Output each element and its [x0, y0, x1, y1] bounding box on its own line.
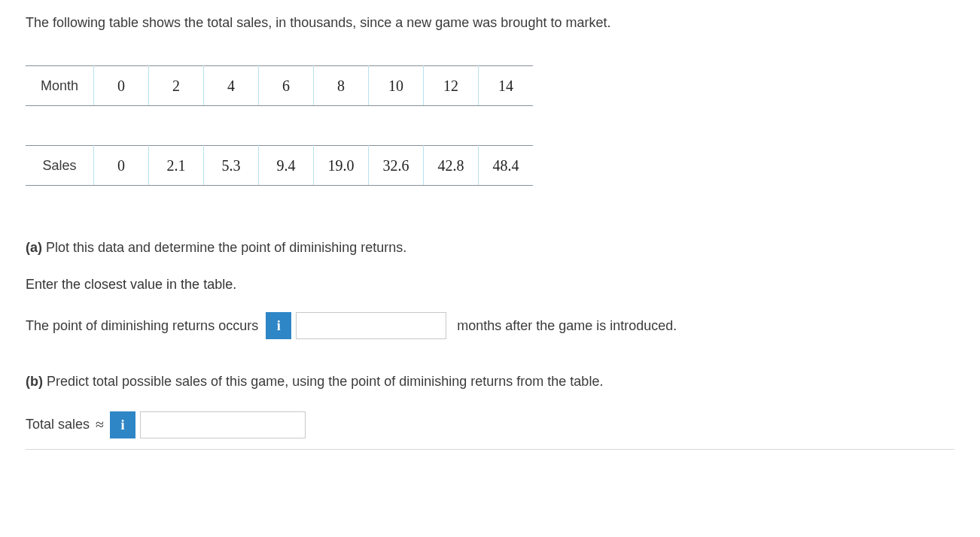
table-cell: 6: [259, 66, 314, 106]
table-cell: 12: [424, 66, 479, 106]
part-b-answer-line: Total sales ≈ i: [26, 411, 954, 438]
table-cell: 32.6: [369, 146, 424, 186]
table-cell: 0: [94, 66, 149, 106]
row-label-month: Month: [26, 66, 94, 106]
table-cell: 0: [94, 146, 149, 186]
table-cell: 4: [204, 66, 259, 106]
part-a-instruction: Enter the closest value in the table.: [26, 277, 954, 293]
part-b-before: Total sales: [26, 417, 90, 432]
table-cell: 9.4: [259, 146, 314, 186]
part-b-prompt: (b) Predict total possible sales of this…: [26, 372, 954, 391]
data-table: Month 0 2 4 6 8 10 12 14 Sales 0 2.1 5.3…: [26, 65, 533, 186]
part-a-text: Plot this data and determine the point o…: [46, 240, 406, 255]
panel-divider: [26, 449, 954, 450]
part-a-input[interactable]: [296, 312, 446, 339]
table-cell: 2.1: [149, 146, 204, 186]
table-cell: 5.3: [204, 146, 259, 186]
table-cell: 19.0: [314, 146, 369, 186]
part-b-text: Predict total possible sales of this gam…: [47, 374, 603, 389]
approx-symbol: ≈: [96, 416, 104, 433]
part-a-answer-line: The point of diminishing returns occurs …: [26, 312, 954, 339]
part-a-before: The point of diminishing returns occurs: [26, 318, 258, 334]
table-cell: 48.4: [479, 146, 534, 186]
row-label-sales: Sales: [26, 146, 94, 186]
intro-text: The following table shows the total sale…: [26, 14, 954, 32]
info-icon[interactable]: i: [110, 411, 135, 438]
table-row: Sales 0 2.1 5.3 9.4 19.0 32.6 42.8 48.4: [26, 146, 533, 186]
part-b-input[interactable]: [140, 411, 306, 438]
table-cell: 8: [314, 66, 369, 106]
part-a-after: months after the game is introduced.: [457, 318, 677, 334]
part-b-label: (b): [26, 374, 43, 389]
table-cell: 2: [149, 66, 204, 106]
table-row: Month 0 2 4 6 8 10 12 14: [26, 66, 533, 106]
part-a-prompt: (a) Plot this data and determine the poi…: [26, 238, 954, 257]
table-cell: 42.8: [424, 146, 479, 186]
table-cell: 14: [479, 66, 534, 106]
part-a-label: (a): [26, 240, 42, 255]
info-icon[interactable]: i: [266, 312, 291, 339]
table-cell: 10: [369, 66, 424, 106]
